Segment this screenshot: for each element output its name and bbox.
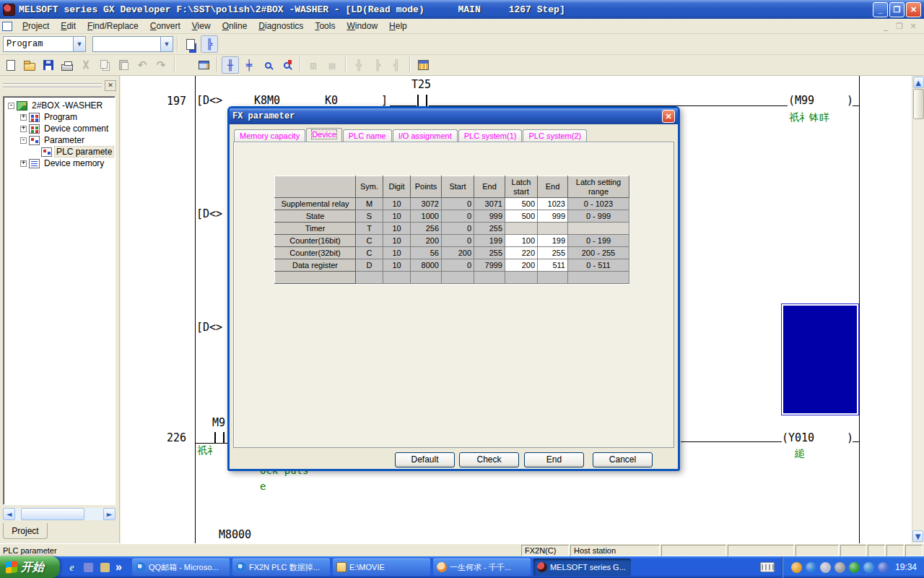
quick-launch-overflow-icon[interactable]: »	[116, 561, 122, 574]
dialog-close-icon[interactable]: ✕	[662, 110, 675, 123]
scroll-thumb[interactable]	[21, 508, 84, 520]
read-mode-icon[interactable]: ╫	[222, 56, 239, 74]
latch-value-cell[interactable]: 999	[538, 210, 568, 223]
menu-help[interactable]: Help	[383, 20, 413, 33]
start-button[interactable]: 开始	[0, 556, 60, 578]
latch-value-cell[interactable]: 255	[538, 247, 568, 259]
umbrella-tray-icon[interactable]	[849, 562, 860, 573]
mdi-minimize-icon[interactable]: _	[880, 22, 892, 31]
pen-tray-icon[interactable]	[820, 562, 831, 573]
latch-value-cell[interactable]: 220	[505, 247, 538, 259]
task-fx2n-plc[interactable]: FX2N PLC 数据掉...	[232, 558, 330, 576]
latch-value-cell[interactable]: 511	[538, 259, 568, 272]
dialog-titlebar[interactable]: FX parameter ✕	[230, 108, 678, 124]
mdi-close-icon[interactable]: ✕	[907, 22, 919, 31]
menu-window[interactable]: Window	[341, 20, 383, 33]
scroll-down-icon[interactable]: ▼	[912, 530, 923, 542]
menu-convert[interactable]: Convert	[144, 20, 186, 33]
chevron-down-icon[interactable]: ▼	[160, 37, 173, 51]
find-instruction-icon[interactable]	[278, 56, 295, 74]
menu-edit[interactable]: Edit	[55, 20, 82, 33]
latch-value-cell[interactable]: 500	[505, 210, 538, 223]
scroll-thumb[interactable]	[913, 89, 924, 119]
device-row-supplemental-relay: Supplemental relayM1030720307150010230 -…	[275, 198, 629, 210]
new-file-icon[interactable]	[2, 56, 19, 74]
print-icon[interactable]	[58, 56, 76, 74]
write-mode-icon[interactable]: ╪	[240, 56, 258, 74]
menu-find-replace[interactable]: Find/Replace	[82, 20, 144, 33]
menu-tools[interactable]: Tools	[309, 20, 341, 33]
value-cell: 199	[474, 235, 505, 247]
tree-item-device-memory[interactable]: +Device memory	[5, 158, 115, 169]
outlook-icon[interactable]	[99, 561, 111, 574]
tab-memory-capacity[interactable]: Memory capacity	[234, 129, 305, 142]
network-tray-icon[interactable]	[863, 562, 874, 573]
arrow-tray-icon[interactable]	[806, 562, 816, 573]
editor-vertical-scrollbar[interactable]: ▲ ▼	[912, 76, 924, 543]
check-button[interactable]: Check	[459, 452, 519, 467]
panel-close-icon[interactable]: ✕	[105, 80, 116, 91]
expand-icon[interactable]: +	[20, 126, 27, 132]
internet-explorer-icon[interactable]: e	[66, 561, 78, 574]
end-button[interactable]: End	[524, 452, 584, 467]
find-device-icon[interactable]	[259, 56, 276, 74]
menu-project[interactable]: Project	[17, 20, 55, 33]
menu-view[interactable]: View	[186, 20, 217, 33]
tab-plc-name[interactable]: PLC name	[343, 129, 392, 142]
cancel-button[interactable]: Cancel	[593, 452, 653, 467]
task-qq-microso[interactable]: QQ邮箱 - Microso...	[132, 558, 230, 576]
device-search-combo[interactable]: ▼	[92, 36, 173, 52]
tree-item-program[interactable]: +Program	[5, 111, 115, 123]
project-tree-toggle-icon[interactable]: ╠	[201, 35, 218, 53]
menu-online[interactable]: Online	[217, 20, 253, 33]
program-select-combo[interactable]: Program ▼	[3, 36, 86, 52]
open-project-icon[interactable]	[21, 56, 38, 74]
tree-horizontal-scrollbar[interactable]: ◄ ►	[3, 508, 116, 520]
scroll-track[interactable]	[15, 508, 103, 520]
tree-item-plc-paramete[interactable]: PLC paramete	[5, 146, 115, 158]
tree-item-parameter[interactable]: -Parameter	[5, 134, 115, 146]
edit-cursor-cell[interactable]	[781, 303, 859, 415]
save-project-icon[interactable]	[40, 56, 57, 74]
task-e-movie[interactable]: E:\MOVIE	[333, 558, 430, 576]
tree-item-2-box-washer[interactable]: -2#BOX -WASHER	[5, 100, 115, 111]
scroll-right-icon[interactable]: ►	[103, 508, 116, 520]
scroll-left-icon[interactable]: ◄	[3, 508, 15, 520]
tab-device[interactable]: Device	[306, 128, 342, 142]
default-button[interactable]: Default	[395, 452, 455, 467]
latch-value-cell[interactable]: 1023	[538, 198, 568, 210]
latch-value-cell[interactable]: 500	[505, 198, 538, 210]
device-name-cell: State	[275, 210, 356, 223]
collapse-icon[interactable]: -	[8, 103, 14, 109]
menu-diagnostics[interactable]: Diagnostics	[253, 20, 309, 33]
project-data-list-icon[interactable]	[182, 35, 199, 53]
qq-tray-icon[interactable]	[791, 562, 802, 573]
close-button[interactable]: ✕	[906, 2, 921, 17]
task-[interactable]: 一生何求 - 千千...	[433, 558, 531, 576]
firewall-tray-icon[interactable]	[878, 562, 889, 573]
task-melsoft-series-g[interactable]: MELSOFT series G...	[533, 558, 631, 576]
expand-icon[interactable]: +	[20, 160, 27, 167]
ladder-monitor-icon[interactable]	[195, 56, 212, 74]
tab-plc-system-1[interactable]: PLC system(1)	[458, 129, 523, 142]
scroll-up-icon[interactable]: ▲	[913, 77, 924, 88]
minimize-button[interactable]: _	[873, 2, 888, 17]
latch-value-cell[interactable]: 200	[505, 259, 538, 272]
volume-tray-icon[interactable]	[834, 562, 845, 573]
tab-i-o-assignment[interactable]: I/O assignment	[393, 129, 458, 142]
messenger-icon[interactable]	[82, 561, 95, 574]
expand-icon[interactable]: +	[20, 114, 27, 121]
latch-value-cell[interactable]: 100	[505, 235, 538, 247]
tree-item-device-comment[interactable]: +Device comment	[5, 123, 115, 134]
mdi-child-icon[interactable]	[2, 22, 12, 31]
tab-plc-system-2[interactable]: PLC system(2)	[523, 129, 587, 142]
panel-gripper[interactable]	[3, 83, 102, 88]
io-system-setting-icon[interactable]	[414, 56, 432, 74]
latch-value-cell[interactable]: 199	[538, 235, 568, 247]
mdi-restore-icon[interactable]: ❐	[894, 22, 905, 31]
chevron-down-icon[interactable]: ▼	[73, 37, 85, 51]
project-panel-tab[interactable]: Project	[3, 523, 48, 539]
restore-button[interactable]: ❐	[889, 2, 905, 17]
collapse-icon[interactable]: -	[20, 137, 27, 144]
keyboard-layout-icon[interactable]	[760, 562, 775, 572]
